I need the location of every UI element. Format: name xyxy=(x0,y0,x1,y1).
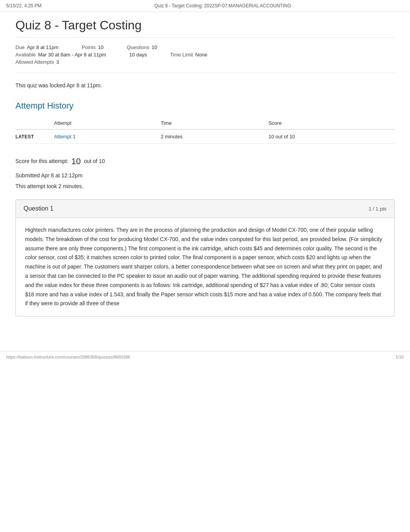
bottom-url: https://babson.instructure.com/courses/3… xyxy=(6,355,130,359)
due-group: Due Apr 8 at 11pm xyxy=(15,44,59,50)
time-limit-label: Time Limit xyxy=(170,52,193,58)
questions-value: 10 xyxy=(152,44,157,50)
score-number: 10 xyxy=(71,156,81,166)
col-header-attempt: Attempt xyxy=(54,117,161,129)
score-out-of: out of 10 xyxy=(84,158,105,164)
points-label: Points xyxy=(82,44,96,50)
meta-row-2: Available Mar 30 at 8am - Apr 8 at 11pm … xyxy=(15,52,395,58)
questions-label: Questions xyxy=(127,44,149,50)
allowed-attempts-label: Allowed Attempts xyxy=(15,59,54,65)
table-header-row: Attempt Time Score xyxy=(15,117,395,129)
top-bar-title: Quiz 8 - Target Costing: 2022SP-07:MANAG… xyxy=(154,3,291,8)
row-score: 10 out of 10 xyxy=(268,129,395,144)
attempt-history-heading: Attempt History xyxy=(15,101,395,111)
row-attempt[interactable]: Attempt 1 xyxy=(54,129,161,144)
questions-group: Questions 10 xyxy=(127,44,157,50)
duration-value: 10 days xyxy=(129,52,147,58)
available-group: Available Mar 30 at 8am - Apr 8 at 11pm xyxy=(15,52,106,58)
quiz-meta: Due Apr 8 at 11pm Points 10 Questions 10… xyxy=(15,44,395,73)
due-label: Due xyxy=(15,44,25,50)
col-header-empty xyxy=(15,117,54,129)
score-label: Score for this attempt: xyxy=(15,158,68,164)
question-1-pts: 1 / 1 pts xyxy=(369,206,386,212)
score-line: Score for this attempt: 10 out of 10 xyxy=(15,153,395,170)
page-content: Quiz 8 - Target Costing Due Apr 8 at 11p… xyxy=(0,12,410,340)
table-row: LATEST Attempt 1 2 minutes 10 out of 10 xyxy=(15,129,395,144)
allowed-attempts-group: Allowed Attempts 3 xyxy=(15,59,59,65)
question-1-header: Question 1 1 / 1 pts xyxy=(16,200,394,218)
col-header-score: Score xyxy=(268,117,395,129)
bottom-bar: https://babson.instructure.com/courses/3… xyxy=(0,351,410,362)
duration-line: This attempt took 2 minutes. xyxy=(15,181,395,192)
top-bar: 5/15/22, 4:25 PM Quiz 8 - Target Costing… xyxy=(0,0,410,12)
duration-group: 10 days xyxy=(129,52,147,58)
available-value: Mar 30 at 8am - Apr 8 at 11pm xyxy=(38,52,106,58)
col-header-time: Time xyxy=(161,117,268,129)
meta-row-1: Due Apr 8 at 11pm Points 10 Questions 10 xyxy=(15,44,395,50)
page-title: Quiz 8 - Target Costing xyxy=(15,18,395,37)
question-1-body: Hightech manufactures color printers. Th… xyxy=(16,218,394,316)
submitted-line: Submitted Apr 8 at 12:12pm xyxy=(15,170,395,181)
locked-message: This quiz was locked Apr 8 at 11pm. xyxy=(15,82,395,88)
time-limit-value: None xyxy=(195,52,207,58)
question-1-title: Question 1 xyxy=(24,205,53,212)
row-badge: LATEST xyxy=(15,129,54,144)
available-label: Available xyxy=(15,52,36,58)
score-info: Score for this attempt: 10 out of 10 Sub… xyxy=(15,153,395,192)
meta-row-3: Allowed Attempts 3 xyxy=(15,59,395,65)
question-1-card: Question 1 1 / 1 pts Hightech manufactur… xyxy=(15,199,395,316)
top-bar-time: 5/15/22, 4:25 PM xyxy=(6,3,41,8)
allowed-attempts-value: 3 xyxy=(56,59,59,65)
attempt-history-table: Attempt Time Score LATEST Attempt 1 2 mi… xyxy=(15,117,395,144)
bottom-page: 1/10 xyxy=(396,355,404,359)
time-limit-group: Time Limit None xyxy=(170,52,207,58)
points-value: 10 xyxy=(98,44,103,50)
row-time: 2 minutes xyxy=(161,129,268,144)
question-1-text: Hightech manufactures color printers. Th… xyxy=(25,226,385,308)
points-group: Points 10 xyxy=(82,44,104,50)
due-value: Apr 8 at 11pm xyxy=(27,44,59,50)
attempt-history-section: Attempt History Attempt Time Score LATES… xyxy=(15,101,395,144)
